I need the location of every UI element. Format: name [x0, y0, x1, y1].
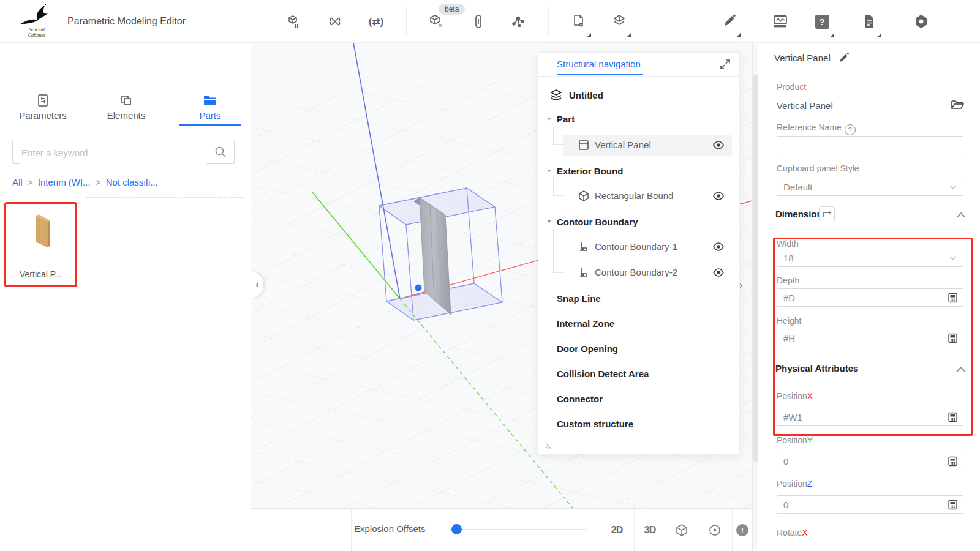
dimension-measure-button[interactable] — [819, 206, 835, 222]
help-circle-icon[interactable]: ? — [845, 124, 856, 135]
dropdown-caret-icon[interactable] — [830, 33, 834, 37]
tree-group-part[interactable]: Part — [557, 114, 575, 124]
tab-parameters[interactable]: Parameters — [3, 93, 83, 121]
width-label: Width — [777, 239, 799, 249]
product-value: Vertical Panel — [777, 100, 833, 111]
height-input[interactable]: #H — [777, 329, 963, 347]
edit-mode-button[interactable] — [721, 13, 737, 29]
tree-connector — [553, 272, 563, 273]
reference-name-input[interactable] — [777, 136, 963, 154]
explosion-slider-track[interactable] — [450, 529, 587, 530]
tree-item-contour-boundary-2[interactable]: Contour Boundary-2 — [563, 262, 732, 283]
help-button[interactable]: ? — [814, 13, 830, 29]
tree-group-internal-zone[interactable]: Internal Zone — [557, 318, 614, 329]
tree-root-node[interactable]: Untitled — [549, 88, 603, 102]
eye-icon[interactable] — [712, 190, 725, 202]
share-structure-button[interactable] — [510, 13, 526, 29]
position-y-value: 0 — [783, 456, 788, 467]
breadcrumb-not-classified[interactable]: Not classifi... — [106, 177, 158, 187]
settings-button[interactable] — [913, 13, 929, 29]
caret-down-icon[interactable]: ▾ — [548, 218, 551, 225]
position-x-input[interactable]: #W1 — [777, 408, 963, 426]
eye-icon[interactable] — [712, 241, 725, 253]
activity-monitor-button[interactable] — [772, 13, 788, 29]
position-z-input[interactable]: 0 — [777, 495, 963, 514]
cube-fx-icon: fx — [429, 13, 445, 29]
tree-group-exterior-bound[interactable]: Exterior Bound — [557, 166, 623, 176]
eye-icon[interactable] — [712, 266, 725, 279]
caret-down-icon[interactable]: ▾ — [548, 167, 551, 174]
properties-scrollbar-thumb[interactable] — [753, 75, 758, 462]
topology-button[interactable] — [327, 13, 343, 29]
focus-view-button[interactable] — [699, 509, 731, 551]
structural-navigation-tab[interactable]: Structural navigation — [557, 59, 641, 69]
document-icon — [862, 14, 876, 29]
breadcrumb-all[interactable]: All — [12, 177, 23, 187]
tree-group-custom-structure[interactable]: Custom structure — [557, 419, 633, 429]
stamp-layers-button[interactable] — [611, 13, 627, 29]
tree-group-contour-boundary[interactable]: Contour Boundary — [557, 217, 638, 227]
eye-icon[interactable] — [712, 139, 725, 151]
depth-input[interactable]: #D — [777, 288, 963, 307]
tree-group-collision-detect-area[interactable]: Collision Detect Area — [557, 369, 649, 379]
breadcrumb-interim[interactable]: Interim (WI... — [38, 177, 91, 187]
calculator-icon[interactable] — [948, 293, 958, 303]
viewport-bottom-bar: Explosion Offsets 2D 3D ! — [251, 508, 752, 551]
search-icon[interactable] — [214, 146, 227, 158]
tree-group-door-opening[interactable]: Door Opening — [557, 343, 618, 354]
structural-navigation-panel: Structural navigation Untitled ▾ Part Ve… — [538, 52, 740, 454]
expand-panel-button[interactable] — [720, 59, 731, 70]
breadcrumb-separator: > — [28, 177, 33, 187]
model-library-button[interactable] — [286, 13, 302, 29]
tree-group-connector[interactable]: Connector — [557, 394, 603, 404]
explosion-slider-thumb[interactable] — [451, 524, 462, 534]
monitor-pulse-icon — [772, 13, 788, 29]
collapse-physical-icon[interactable] — [956, 365, 967, 373]
document-list-button[interactable] — [861, 13, 877, 29]
link-button[interactable] — [470, 13, 486, 29]
chevron-left-icon: ‹ — [255, 279, 259, 291]
dropdown-caret-icon[interactable] — [877, 33, 881, 37]
width-select[interactable]: 18 — [777, 249, 963, 267]
tab-elements-label: Elements — [86, 110, 166, 121]
tree-item-rectangular-bound[interactable]: Rectangular Bound — [563, 186, 732, 206]
tree-item-vertical-panel[interactable]: Vertical Panel — [563, 135, 732, 156]
calculator-icon[interactable] — [948, 412, 958, 422]
formula-modeling-button[interactable]: fx — [429, 13, 445, 29]
dropdown-caret-icon[interactable] — [627, 33, 631, 37]
dropdown-caret-icon[interactable] — [587, 33, 591, 37]
position-y-input[interactable]: 0 — [777, 452, 963, 470]
cupboard-style-select[interactable]: Default — [777, 178, 963, 196]
target-eye-icon — [708, 523, 722, 537]
swap-view-button[interactable]: (⇄) — [368, 13, 384, 29]
position-x-label: PositionX — [777, 391, 813, 401]
calculator-icon[interactable] — [948, 500, 958, 510]
tree-item-contour-boundary-1[interactable]: Contour Boundary-1 — [563, 236, 732, 257]
tab-parts[interactable]: Parts — [170, 93, 250, 121]
collapse-dimensions-icon[interactable] — [956, 211, 967, 219]
height-label: Height — [777, 316, 801, 326]
tree-connector — [553, 247, 563, 247]
resize-handle-icon[interactable] — [546, 441, 556, 450]
tab-elements[interactable]: Elements — [86, 93, 166, 121]
warnings-button[interactable]: ! — [732, 509, 752, 551]
search-input[interactable] — [20, 140, 206, 165]
isometric-cube-button[interactable] — [666, 509, 698, 551]
chevron-down-icon — [948, 182, 958, 192]
active-tab-underline — [557, 74, 643, 75]
properties-title: Vertical Panel — [774, 53, 831, 63]
calculator-icon[interactable] — [948, 333, 958, 343]
tree-group-snap-line[interactable]: Snap Line — [557, 293, 601, 304]
open-product-button[interactable] — [951, 99, 964, 111]
view-2d-button[interactable]: 2D — [601, 509, 633, 551]
document-settings-button[interactable] — [571, 13, 587, 29]
calculator-icon[interactable] — [948, 456, 958, 467]
pivot-point-dot[interactable] — [415, 285, 422, 291]
parametric-modeling-editor: ‹ › Explosion Offsets 2D 3D ! — [0, 0, 980, 551]
divider — [0, 126, 251, 126]
rename-button[interactable] — [838, 51, 850, 64]
dropdown-caret-icon[interactable] — [736, 33, 741, 37]
root-label: Untitled — [569, 90, 603, 100]
view-3d-button[interactable]: 3D — [634, 509, 666, 551]
caret-down-icon[interactable]: ▾ — [548, 115, 551, 122]
